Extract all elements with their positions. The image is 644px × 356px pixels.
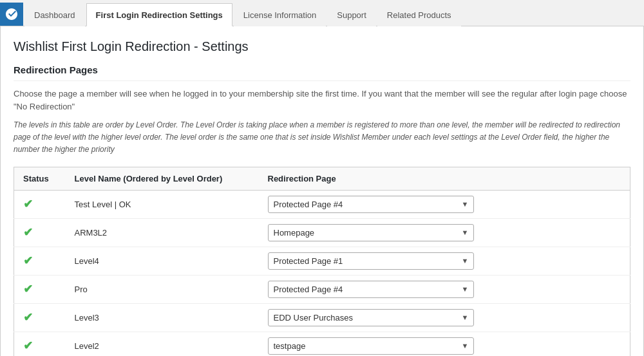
level-name-cell: Pro	[66, 275, 259, 303]
table-row: ✔Level4No RedirectionHomepageProtected P…	[14, 247, 630, 275]
redirection-cell: No RedirectionHomepageProtected Page #1P…	[259, 190, 630, 218]
status-cell: ✔	[14, 218, 66, 247]
table-row: ✔Level2No RedirectionHomepageProtected P…	[14, 332, 630, 356]
tab-first-login[interactable]: First Login Redirection Settings	[86, 3, 232, 26]
description-text: Choose the page a member will see when h…	[14, 88, 630, 113]
redirection-select[interactable]: No RedirectionHomepageProtected Page #1P…	[268, 309, 474, 326]
col-header-level: Level Name (Ordered by Level Order)	[66, 167, 259, 190]
redirection-cell: No RedirectionHomepageProtected Page #1P…	[259, 275, 630, 303]
checkmark-icon: ✔	[23, 226, 33, 239]
status-cell: ✔	[14, 303, 66, 332]
col-header-status: Status	[14, 167, 66, 190]
page-title: Wishlist First Login Redirection - Setti…	[14, 39, 630, 54]
level-name-cell: Level2	[66, 332, 259, 356]
table-row: ✔ProNo RedirectionHomepageProtected Page…	[14, 275, 630, 303]
redirection-select[interactable]: No RedirectionHomepageProtected Page #1P…	[268, 337, 474, 355]
redirection-select[interactable]: No RedirectionHomepageProtected Page #1P…	[268, 281, 474, 298]
checkmark-icon: ✔	[23, 254, 33, 267]
italic-note: The levels in this table are order by Le…	[14, 119, 630, 156]
section-title: Redirection Pages	[14, 64, 630, 81]
redirection-select[interactable]: No RedirectionHomepageProtected Page #1P…	[268, 196, 474, 213]
redirection-cell: No RedirectionHomepageProtected Page #1P…	[259, 303, 630, 332]
redirection-cell: No RedirectionHomepageProtected Page #1P…	[259, 247, 630, 275]
tab-dashboard[interactable]: Dashboard	[24, 3, 85, 26]
tab-bar: Dashboard First Login Redirection Settin…	[0, 0, 644, 26]
table-row: ✔Test Level | OKNo RedirectionHomepagePr…	[14, 190, 630, 218]
checkmark-icon: ✔	[23, 198, 33, 211]
status-cell: ✔	[14, 332, 66, 356]
content-area: Wishlist First Login Redirection - Setti…	[0, 26, 644, 356]
level-name-cell: Level4	[66, 247, 259, 275]
status-cell: ✔	[14, 190, 66, 218]
redirection-select[interactable]: No RedirectionHomepageProtected Page #1P…	[268, 252, 474, 270]
redirection-cell: No RedirectionHomepageProtected Page #1P…	[259, 218, 630, 247]
level-name-cell: ARM3L2	[66, 218, 259, 247]
checkmark-icon: ✔	[23, 283, 33, 295]
status-cell: ✔	[14, 247, 66, 275]
redirection-select[interactable]: No RedirectionHomepageProtected Page #1P…	[268, 224, 474, 241]
tab-support[interactable]: Support	[327, 3, 376, 26]
checkmark-icon: ✔	[23, 339, 33, 352]
table-row: ✔ARM3L2No RedirectionHomepageProtected P…	[14, 218, 630, 247]
redirection-cell: No RedirectionHomepageProtected Page #1P…	[259, 332, 630, 356]
tab-license[interactable]: License Information	[234, 3, 326, 26]
level-name-cell: Test Level | OK	[66, 190, 259, 218]
tab-related-products[interactable]: Related Products	[377, 3, 461, 26]
table-row: ✔Level3No RedirectionHomepageProtected P…	[14, 303, 630, 332]
checkmark-icon: ✔	[23, 311, 33, 324]
redirection-table: Status Level Name (Ordered by Level Orde…	[14, 167, 630, 356]
status-cell: ✔	[14, 275, 66, 303]
plugin-logo	[0, 3, 23, 26]
level-name-cell: Level3	[66, 303, 259, 332]
col-header-redirection: Redirection Page	[259, 167, 630, 190]
